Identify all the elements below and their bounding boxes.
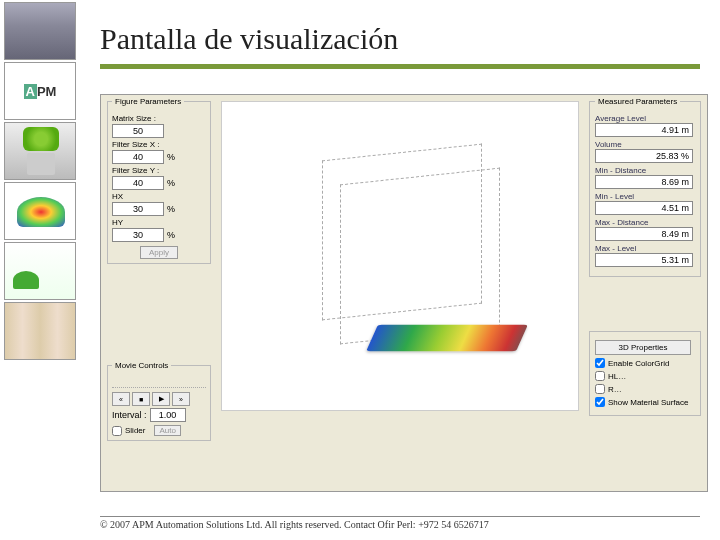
slide-thumbnail-rail: APM xyxy=(0,0,80,540)
hy-unit: % xyxy=(167,230,175,240)
accent-bar xyxy=(100,64,700,69)
thumbnail-apm-logo[interactable]: APM xyxy=(4,62,76,120)
thumbnail-silo[interactable] xyxy=(4,2,76,60)
avg-level-value: 4.91 m xyxy=(595,123,693,137)
filter-x-unit: % xyxy=(167,152,175,162)
play-button[interactable]: ▶ xyxy=(152,392,170,406)
r-checkbox[interactable] xyxy=(595,384,605,394)
movie-timeline[interactable] xyxy=(112,380,206,388)
measured-group-title: Measured Parameters xyxy=(595,97,680,106)
min-level-label: Min - Level xyxy=(595,192,695,201)
filter-y-label: Filter Size Y : xyxy=(112,166,206,175)
interval-input[interactable]: 1.00 xyxy=(150,408,186,422)
stop-button[interactable]: ■ xyxy=(132,392,150,406)
filter-y-input[interactable]: 40 xyxy=(112,176,164,190)
volume-label: Volume xyxy=(595,140,695,149)
measured-parameters-group: Measured Parameters Average Level4.91 m … xyxy=(589,101,701,277)
rewind-button[interactable]: « xyxy=(112,392,130,406)
3d-visualization[interactable] xyxy=(221,101,579,411)
thumbnail-heatmap[interactable] xyxy=(4,182,76,240)
auto-button[interactable]: Auto xyxy=(154,425,180,436)
min-level-value: 4.51 m xyxy=(595,201,693,215)
matrix-size-label: Matrix Size : xyxy=(112,114,206,123)
display-options-group: 3D Properties Enable ColorGrid HL… R… Sh… xyxy=(589,331,701,416)
show-surface-label: Show Material Surface xyxy=(608,398,688,407)
figure-parameters-group: Figure Parameters Matrix Size : 50 Filte… xyxy=(107,101,211,264)
thumbnail-field[interactable] xyxy=(4,242,76,300)
max-dist-label: Max - Distance xyxy=(595,218,695,227)
hx-label: HX xyxy=(112,192,206,201)
figure-group-title: Figure Parameters xyxy=(112,97,184,106)
movie-group-title: Movie Controls xyxy=(112,361,171,370)
slider-checkbox[interactable] xyxy=(112,426,122,436)
max-level-label: Max - Level xyxy=(595,244,695,253)
volume-wireframe xyxy=(322,152,482,332)
show-surface-checkbox[interactable] xyxy=(595,397,605,407)
forward-button[interactable]: » xyxy=(172,392,190,406)
filter-x-input[interactable]: 40 xyxy=(112,150,164,164)
max-dist-value: 8.49 m xyxy=(595,227,693,241)
slider-label: Slider xyxy=(125,426,145,435)
movie-controls-group: Movie Controls « ■ ▶ » Interval : 1.00 S… xyxy=(107,365,211,441)
colorgrid-checkbox[interactable] xyxy=(595,358,605,368)
filter-y-unit: % xyxy=(167,178,175,188)
avg-level-label: Average Level xyxy=(595,114,695,123)
app-panel: Figure Parameters Matrix Size : 50 Filte… xyxy=(100,94,708,492)
filter-x-label: Filter Size X : xyxy=(112,140,206,149)
hy-input[interactable]: 30 xyxy=(112,228,164,242)
hl-label: HL… xyxy=(608,372,626,381)
3d-properties-button[interactable]: 3D Properties xyxy=(595,340,691,355)
apply-button[interactable]: Apply xyxy=(140,246,178,259)
hy-label: HY xyxy=(112,218,206,227)
interval-label: Interval : xyxy=(112,410,147,420)
min-dist-label: Min - Distance xyxy=(595,166,695,175)
volume-value: 25.83 % xyxy=(595,149,693,163)
page-title: Pantalla de visualización xyxy=(100,22,398,56)
min-dist-value: 8.69 m xyxy=(595,175,693,189)
thumbnail-pipes[interactable] xyxy=(4,302,76,360)
material-surface xyxy=(366,325,528,351)
hx-unit: % xyxy=(167,204,175,214)
footer-text: © 2007 APM Automation Solutions Ltd. All… xyxy=(100,516,700,530)
thumbnail-sensor[interactable] xyxy=(4,122,76,180)
hl-checkbox[interactable] xyxy=(595,371,605,381)
colorgrid-label: Enable ColorGrid xyxy=(608,359,669,368)
matrix-size-input[interactable]: 50 xyxy=(112,124,164,138)
hx-input[interactable]: 30 xyxy=(112,202,164,216)
max-level-value: 5.31 m xyxy=(595,253,693,267)
r-label: R… xyxy=(608,385,622,394)
